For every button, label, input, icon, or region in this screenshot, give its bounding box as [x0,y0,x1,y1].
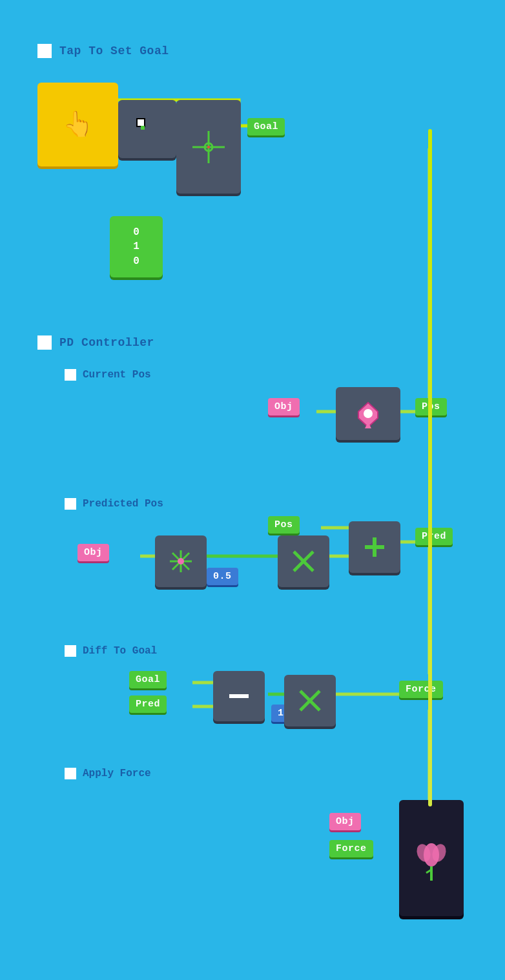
apply-force-node[interactable] [399,800,464,916]
pred-badge-2[interactable]: Pred [129,695,167,713]
goal-badge-mid[interactable]: Goal [129,671,167,688]
multiply-node-diff[interactable] [284,675,336,726]
current-pos-label: Current Pos [83,369,151,381]
pred-badge[interactable]: Pred [415,528,453,545]
plus-node[interactable] [349,521,400,573]
predicted-pos-section: Predicted Pos [65,498,163,510]
svg-rect-17 [138,119,144,126]
tap-hand-block[interactable]: 👆 [37,83,118,166]
section-square-4 [65,498,76,510]
pos-badge-2[interactable]: Pos [268,516,300,534]
force-badge-top[interactable]: Force [399,681,443,698]
number-block[interactable]: 0 1 0 [110,216,163,277]
svg-point-24 [364,409,373,418]
diff-to-goal-section: Diff To Goal [65,645,157,657]
section-square-3 [65,369,76,381]
value-05-badge[interactable]: 0.5 [207,568,238,585]
section-square-5 [65,645,76,657]
section-square-1 [37,44,52,58]
obj-badge-mid[interactable]: Obj [77,544,109,561]
tap-to-set-goal-label: Tap To Set Goal [59,45,169,57]
section-square-6 [65,768,76,779]
tap-position-node[interactable] [176,100,241,194]
section-square-2 [37,335,52,350]
multiply-node-pred[interactable] [278,535,329,587]
obj-badge-top[interactable]: Obj [268,398,300,415]
position-pin-node[interactable] [336,387,400,440]
svg-point-30 [178,558,184,565]
current-pos-section: Current Pos [65,369,151,381]
apply-force-section: Apply Force [65,768,151,779]
tap-to-set-goal-section: Tap To Set Goal [37,44,169,58]
minus-node[interactable] [213,671,265,721]
tap-event-node[interactable] [118,100,176,158]
apply-force-label: Apply Force [83,768,151,779]
obj-badge-bottom[interactable]: Obj [329,813,361,830]
force-badge-bottom[interactable]: Force [329,840,373,857]
pd-controller-label: PD Controller [59,336,154,349]
svg-point-22 [207,146,210,148]
diff-to-goal-label: Diff To Goal [83,645,157,657]
pd-controller-section: PD Controller [37,335,154,350]
svg-rect-18 [141,126,145,130]
predicted-pos-label: Predicted Pos [83,498,163,510]
goal-badge-top[interactable]: Goal [247,118,285,135]
main-vertical-connector [428,129,432,806]
velocity-node[interactable] [155,535,207,587]
